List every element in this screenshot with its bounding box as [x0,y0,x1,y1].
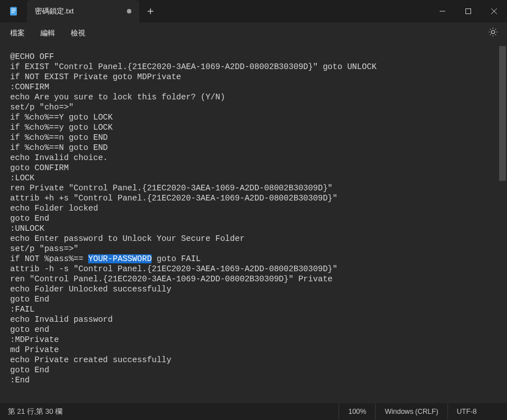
close-button[interactable] [481,0,507,22]
svg-rect-0 [10,7,17,16]
tab-active[interactable]: 密碼鎖定.txt [27,0,139,22]
cursor-position[interactable]: 第 21 行,第 30 欄 [8,407,62,417]
menu-edit[interactable]: 編輯 [33,25,63,42]
menubar: 檔案 編輯 檢視 [0,22,507,44]
selected-text: YOUR-PASSWORD [88,254,152,263]
code-after: goto FAIL attrib -h -s "Control Panel.{2… [10,254,337,385]
maximize-button[interactable] [455,0,481,22]
editor-area[interactable]: @ECHO OFF if EXIST "Control Panel.{21EC2… [0,44,507,403]
app-icon [0,0,27,22]
encoding[interactable]: UTF-8 [447,404,499,419]
tabs: 密碼鎖定.txt [27,0,162,22]
svg-rect-2 [11,11,16,11]
modified-indicator-icon [127,9,131,13]
settings-button[interactable] [481,24,505,43]
gear-icon [488,27,498,37]
minimize-icon [440,8,445,14]
tab-title: 密碼鎖定.txt [35,6,74,16]
svg-rect-4 [466,9,471,14]
statusbar: 第 21 行,第 30 欄 100% Windows (CRLF) UTF-8 [0,403,507,420]
zoom-level[interactable]: 100% [339,404,375,419]
window-controls [430,0,507,22]
code-before: @ECHO OFF if EXIST "Control Panel.{21EC2… [10,52,377,263]
svg-rect-1 [11,9,16,10]
line-ending[interactable]: Windows (CRLF) [375,404,447,419]
close-icon [491,8,497,14]
titlebar: 密碼鎖定.txt [0,0,507,22]
vertical-scrollbar[interactable] [499,46,506,181]
maximize-icon [465,8,471,14]
menu-view[interactable]: 檢視 [63,25,93,42]
notepad-icon [8,6,19,16]
svg-rect-3 [11,12,14,13]
menu-file[interactable]: 檔案 [2,25,33,42]
new-tab-button[interactable] [139,0,162,22]
minimize-button[interactable] [430,0,455,22]
plus-icon [147,8,154,15]
